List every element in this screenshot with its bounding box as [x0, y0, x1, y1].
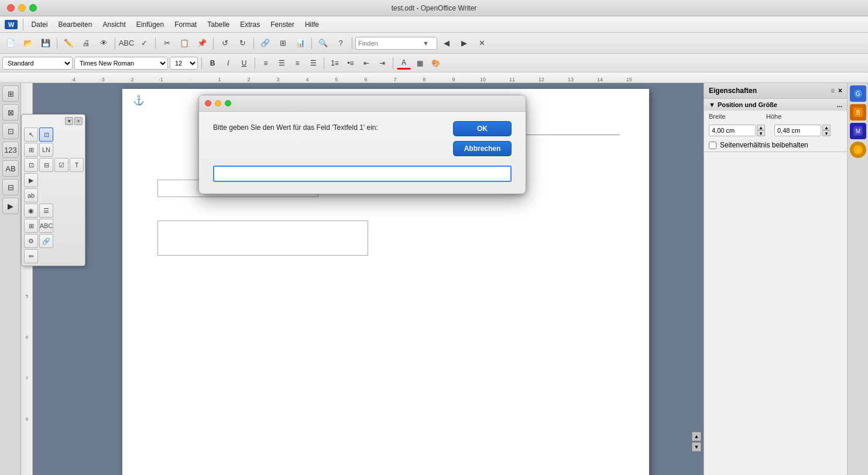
right-icons-strip: G B M ⚡: [847, 83, 868, 475]
width-spinbuttons: ▲ ▼: [757, 125, 765, 136]
width-input-group: 4,00 cm ▲ ▼: [709, 125, 765, 136]
aspect-ratio-checkbox[interactable]: [709, 142, 716, 149]
sep-fmt4: [393, 57, 393, 69]
svg-text:B: B: [856, 109, 860, 116]
width-spin-down[interactable]: ▼: [757, 130, 765, 136]
sidebar-btn-1[interactable]: ⊞: [2, 85, 19, 102]
chart-button[interactable]: 📊: [292, 36, 308, 51]
sidebar-btn-5[interactable]: AB: [2, 160, 19, 177]
dialog-body: Bitte geben Sie den Wert für das Feld 'T…: [199, 112, 526, 194]
save-button[interactable]: 💾: [37, 36, 54, 51]
dialog-text-area: Bitte geben Sie den Wert für das Feld 'T…: [213, 123, 441, 143]
align-justify-button[interactable]: ☰: [306, 57, 320, 70]
minimize-button[interactable]: [18, 4, 26, 12]
app-icon[interactable]: W: [5, 20, 18, 29]
align-center-button[interactable]: ☰: [275, 57, 289, 70]
close-button[interactable]: [7, 4, 15, 12]
dialog-close-button[interactable]: [205, 100, 211, 106]
copy-button[interactable]: 📋: [176, 36, 193, 51]
underline-button[interactable]: U: [237, 57, 251, 70]
sidebar-btn-6[interactable]: ⊟: [2, 179, 19, 195]
menu-tools[interactable]: Extras: [235, 19, 265, 30]
section-header[interactable]: ▼ Position und Größe ...: [704, 99, 847, 111]
undo-button[interactable]: ↺: [217, 36, 233, 51]
style-select[interactable]: Standard: [2, 57, 73, 70]
dialog-cancel-button[interactable]: Abbrechen: [453, 141, 512, 156]
width-spin-up[interactable]: ▲: [757, 125, 765, 130]
height-spin-up[interactable]: ▲: [822, 125, 831, 130]
list-ordered-button[interactable]: 1≡: [328, 57, 342, 70]
height-spin-down[interactable]: ▼: [822, 130, 831, 136]
cut-button[interactable]: ✂: [159, 36, 175, 51]
spell2-button[interactable]: ✓: [136, 36, 152, 51]
help-button[interactable]: ?: [332, 36, 349, 51]
dialog-content: Bitte geben Sie den Wert für das Feld 'T…: [213, 123, 512, 156]
background-button[interactable]: 🎨: [428, 57, 442, 70]
height-spinbuttons: ▲ ▼: [822, 125, 831, 136]
indent-less-button[interactable]: ⇤: [359, 57, 373, 70]
print-button[interactable]: 🖨: [78, 36, 94, 51]
font-select[interactable]: Times New Roman: [74, 57, 168, 70]
bold-button[interactable]: B: [205, 57, 219, 70]
edit-button[interactable]: ✏️: [60, 36, 77, 51]
window-title: test.odt - OpenOffice Writer: [392, 4, 477, 12]
table-button[interactable]: ⊞: [275, 36, 291, 51]
find-input[interactable]: [358, 40, 423, 47]
sidebar-btn-4[interactable]: 123: [2, 142, 19, 158]
find-prev-button[interactable]: ◀: [438, 36, 455, 51]
sep-fmt2: [255, 57, 255, 69]
menu-edit[interactable]: Bearbeiten: [53, 19, 97, 30]
spell-button[interactable]: ABC: [118, 36, 135, 51]
format-toolbar: Standard Times New Roman 12 B I U ≡ ☰ ≡ …: [0, 54, 868, 73]
strip-icon-2[interactable]: B: [850, 104, 866, 121]
sidebar-btn-3[interactable]: ⊡: [2, 123, 19, 139]
dialog-min-button[interactable]: [215, 100, 221, 106]
right-panel-header: Eigenschaften ≡ ×: [704, 83, 847, 99]
panel-close-button[interactable]: ×: [838, 87, 842, 95]
preview-button[interactable]: 👁: [95, 36, 112, 51]
redo-button[interactable]: ↻: [234, 36, 251, 51]
find-close-button[interactable]: ✕: [474, 36, 490, 51]
panel-more-button[interactable]: ≡: [831, 87, 835, 95]
sep4: [213, 37, 214, 49]
sep2: [115, 37, 115, 49]
size-select[interactable]: 12: [170, 57, 198, 70]
font-color-button[interactable]: A: [397, 57, 411, 70]
dialog-titlebar: [199, 95, 526, 112]
right-panel-title: Eigenschaften: [709, 87, 757, 95]
new-button[interactable]: 📄: [2, 36, 19, 51]
sidebar-btn-7[interactable]: ▶: [2, 198, 19, 214]
dialog-max-button[interactable]: [225, 100, 231, 106]
maximize-button[interactable]: [29, 4, 37, 12]
menu-insert[interactable]: Einfügen: [132, 19, 169, 30]
width-input[interactable]: 4,00 cm: [709, 125, 756, 136]
strip-icon-3[interactable]: M: [850, 123, 866, 139]
open-button[interactable]: 📂: [20, 36, 36, 51]
menu-file[interactable]: Datei: [26, 19, 52, 30]
menu-view[interactable]: Ansicht: [98, 19, 130, 30]
strip-icon-4[interactable]: ⚡: [850, 142, 866, 158]
align-right-button[interactable]: ≡: [290, 57, 304, 70]
zoom-button[interactable]: 🔍: [315, 36, 331, 51]
align-left-button[interactable]: ≡: [259, 57, 273, 70]
dialog-ok-button[interactable]: OK: [453, 121, 512, 136]
dialog-text-input[interactable]: [213, 166, 512, 182]
indent-more-button[interactable]: ⇥: [375, 57, 389, 70]
highlight-button[interactable]: ▦: [413, 57, 427, 70]
dialog-input-wrapper: [213, 156, 512, 182]
menu-table[interactable]: Tabelle: [203, 19, 234, 30]
paste-button[interactable]: 📌: [194, 36, 210, 51]
list-unordered-button[interactable]: •≡: [344, 57, 358, 70]
height-input[interactable]: 0,48 cm: [774, 125, 821, 136]
menu-format[interactable]: Format: [170, 19, 201, 30]
menu-help[interactable]: Hilfe: [300, 19, 324, 30]
section-more-button[interactable]: ...: [837, 101, 842, 108]
link-button[interactable]: 🔗: [257, 36, 273, 51]
find-next-button[interactable]: ▶: [456, 36, 472, 51]
find-box[interactable]: ▼: [355, 37, 437, 50]
menu-window[interactable]: Fenster: [266, 19, 299, 30]
section-collapse-icon: ▼: [709, 101, 715, 108]
italic-button[interactable]: I: [221, 57, 235, 70]
strip-icon-1[interactable]: G: [850, 85, 866, 102]
sidebar-btn-2[interactable]: ⊠: [2, 104, 19, 121]
